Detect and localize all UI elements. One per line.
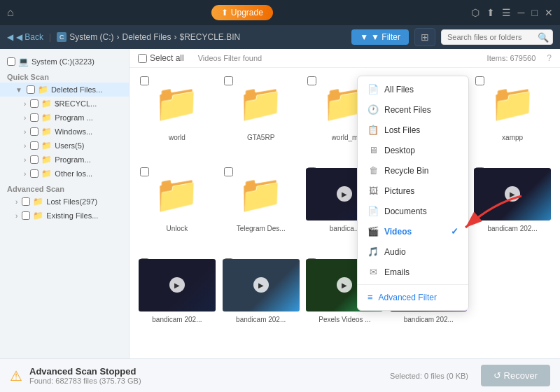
- sidebar-item-program2[interactable]: › 📁 Program...: [0, 153, 129, 167]
- menu-label: Recent Files: [384, 105, 431, 115]
- nav-actions: ▼ ▼ Filter ⊞ 🔍: [351, 28, 553, 46]
- lost-check[interactable]: [22, 197, 30, 206]
- select-all[interactable]: Select all: [138, 53, 184, 63]
- select-all-checkbox[interactable]: [138, 54, 147, 63]
- folder-icon8: 📁: [33, 197, 43, 206]
- file-wrap: 📁: [474, 75, 551, 131]
- file-name: GTA5RP: [247, 134, 274, 141]
- file-item-gta5rp[interactable]: 📁 GTA5RP: [222, 75, 300, 160]
- breadcrumb-system[interactable]: System (C:): [69, 32, 113, 42]
- file-check[interactable]: [224, 76, 233, 85]
- search-wrap: 🔍: [441, 29, 553, 45]
- expand-icon7: ›: [24, 170, 26, 178]
- video-thumb: ▶: [139, 259, 216, 312]
- title-bar: ⌂ ⬆ Upgrade ⬡ ⬆ ☰ ─ □ ✕: [0, 0, 560, 25]
- back-button[interactable]: ◀ ◀ Back: [7, 32, 43, 42]
- sidebar-system-label: System (C:)(3223): [31, 57, 94, 66]
- expand-icon4: ›: [24, 128, 26, 136]
- sidebar-item-existing[interactable]: › 📁 Existing Files...: [0, 209, 129, 223]
- breadcrumb-deleted[interactable]: Deleted Files: [122, 32, 171, 42]
- filter-button[interactable]: ▼ ▼ Filter: [351, 29, 409, 45]
- grid-view-button[interactable]: ⊞: [414, 28, 435, 46]
- win-check[interactable]: [30, 127, 38, 136]
- file-item-bandicam5[interactable]: ▶ bandicam 202...: [222, 257, 300, 342]
- folder-icon5: 📁: [41, 141, 52, 150]
- sidebar-item-deleted[interactable]: ▼ 📁 Deleted Files...: [0, 83, 129, 97]
- help-icon[interactable]: ?: [547, 53, 552, 63]
- file-grid: 📁 world 📁 GTA5RP 📁: [130, 68, 560, 349]
- file-check[interactable]: [140, 167, 149, 176]
- prog2-check[interactable]: [30, 155, 38, 164]
- menu-item-desktop[interactable]: 🖥 Desktop: [358, 140, 468, 160]
- users-check[interactable]: [30, 141, 38, 150]
- system-check[interactable]: [7, 57, 15, 66]
- breadcrumb-recycle[interactable]: $RECYCLE.BIN: [180, 32, 241, 42]
- share-icon[interactable]: ⬡: [471, 7, 479, 18]
- sidebar-users-label: Users(5): [55, 141, 84, 150]
- nav-divider: |: [49, 32, 51, 42]
- menu-item-recycle[interactable]: 🗑 Recycle Bin: [358, 160, 468, 181]
- existing-check[interactable]: [22, 211, 30, 220]
- bottom-info: Advanced Scan Stopped Found: 682783 file…: [29, 366, 383, 385]
- sidebar-item-lost[interactable]: › 📁 Lost Files(297): [0, 195, 129, 209]
- deleted-check[interactable]: [27, 85, 35, 94]
- sidebar-item-program1[interactable]: › 📁 Program ...: [0, 111, 129, 125]
- maximize-icon[interactable]: □: [532, 7, 538, 18]
- prog1-check[interactable]: [30, 113, 38, 122]
- file-wrap: 📁: [223, 166, 300, 222]
- sidebar-item-recycle[interactable]: › 📁 $RECYCL...: [0, 97, 129, 111]
- menu-item-videos[interactable]: 🎬 Videos ✓: [358, 221, 468, 241]
- play-icon: ▶: [337, 186, 352, 202]
- drive-icon: C: [57, 32, 66, 42]
- file-check[interactable]: [140, 76, 149, 85]
- file-name: bandicam 202...: [152, 316, 202, 323]
- file-check[interactable]: [307, 76, 316, 85]
- filter-found-label: Videos Filter found: [198, 54, 262, 62]
- folder-thumb-icon: 📁: [238, 173, 284, 216]
- sidebar-prog1-label: Program ...: [55, 113, 92, 122]
- upgrade-button[interactable]: ⬆ Upgrade: [211, 5, 272, 20]
- menu-item-all-files[interactable]: 📄 All Files: [358, 79, 468, 99]
- folder-icon7: 📁: [41, 169, 52, 178]
- recycle-check[interactable]: [30, 99, 38, 108]
- menu-item-audio[interactable]: 🎵 Audio: [358, 241, 468, 262]
- file-wrap: 📁: [139, 75, 216, 131]
- file-item-xampp[interactable]: 📁 xampp: [473, 75, 552, 160]
- quick-scan-label: Quick Scan: [0, 69, 129, 83]
- close-icon[interactable]: ✕: [545, 7, 553, 18]
- recover-button[interactable]: ↺ Recover: [481, 365, 550, 386]
- filter-label: ▼ Filter: [371, 32, 400, 42]
- file-item-unlock[interactable]: 📁 Unlock: [138, 166, 216, 251]
- export-icon[interactable]: ⬆: [486, 7, 495, 18]
- folder-thumb-icon: 📁: [490, 82, 536, 125]
- search-input[interactable]: [441, 29, 553, 45]
- file-item-bandicam3[interactable]: ▶ bandicam 202...: [473, 166, 552, 251]
- minimize-icon[interactable]: ─: [518, 7, 525, 18]
- menu-item-emails[interactable]: ✉ Emails: [358, 262, 468, 282]
- expand-icon2: ›: [24, 100, 26, 108]
- sidebar: 💻 System (C:)(3223) Quick Scan ▼ 📁 Delet…: [0, 49, 130, 358]
- menu-item-documents[interactable]: 📄 Documents: [358, 201, 468, 221]
- file-check[interactable]: [475, 76, 484, 85]
- sidebar-item-windows[interactable]: › 📁 Windows...: [0, 125, 129, 139]
- menu-item-lost[interactable]: 📋 Lost Files: [358, 120, 468, 140]
- sidebar-item-users[interactable]: › 📁 Users(5): [0, 139, 129, 153]
- home-icon[interactable]: ⌂: [7, 6, 14, 19]
- documents-icon: 📄: [368, 206, 379, 216]
- file-item-telegram[interactable]: 📁 Telegram Des...: [222, 166, 300, 251]
- menu-icon[interactable]: ☰: [502, 7, 511, 18]
- search-icon[interactable]: 🔍: [538, 32, 549, 43]
- sidebar-item-other[interactable]: › 📁 Other los...: [0, 167, 129, 181]
- file-item-bandicam4[interactable]: ▶ bandicam 202...: [138, 257, 216, 342]
- file-check[interactable]: [224, 167, 233, 176]
- menu-item-pictures[interactable]: 🖼 Pictures: [358, 181, 468, 201]
- file-wrap: ▶: [223, 257, 300, 313]
- menu-item-recent[interactable]: 🕐 Recent Files: [358, 99, 468, 120]
- other-check[interactable]: [30, 169, 38, 178]
- expand-icon9: ›: [15, 212, 18, 220]
- sidebar-system-root[interactable]: 💻 System (C:)(3223): [0, 55, 129, 69]
- menu-divider: [358, 284, 468, 285]
- file-thumb: ▶: [139, 257, 216, 313]
- file-item-world[interactable]: 📁 world: [138, 75, 216, 160]
- advanced-filter-option[interactable]: ≡ Advanced Filter: [358, 287, 468, 307]
